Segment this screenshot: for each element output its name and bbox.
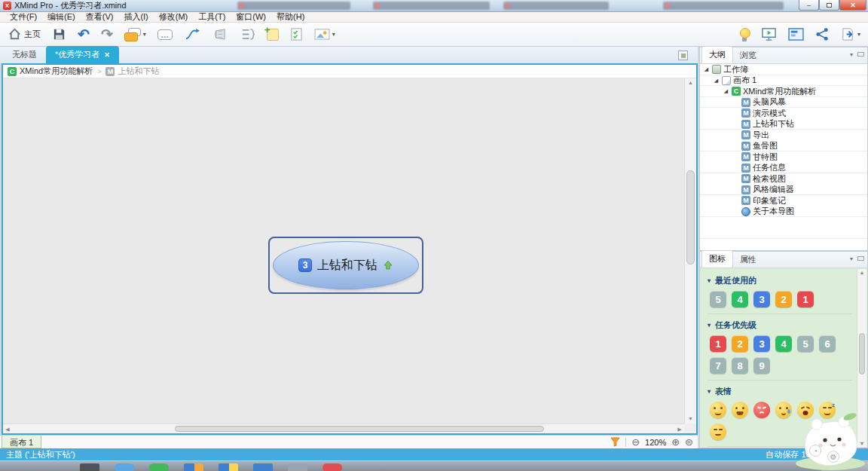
document-tab[interactable]: *优秀学习者✕ xyxy=(46,46,119,63)
filter-button[interactable] xyxy=(610,437,620,447)
zoom-fit-button[interactable]: ⊜ xyxy=(685,437,693,447)
menu-item[interactable]: 插入(I) xyxy=(118,11,153,23)
close-tab-icon[interactable]: ✕ xyxy=(104,51,110,59)
central-topic[interactable]: 3 上钻和下钻 xyxy=(273,241,419,289)
marker-face-angry-icon[interactable] xyxy=(753,402,770,418)
outline-tree-item[interactable]: M印象笔记 xyxy=(700,195,867,206)
panel-menu-icon[interactable]: ▾ xyxy=(850,51,853,58)
taskbar-app-icon[interactable] xyxy=(219,463,238,471)
horizontal-scroll-thumb[interactable] xyxy=(175,426,544,432)
outline-tree-item[interactable]: M风格编辑器 xyxy=(700,185,867,196)
presentation-button[interactable] xyxy=(761,25,777,44)
redo-button[interactable]: ↷ xyxy=(101,25,113,44)
new-topic-button[interactable]: ▾ xyxy=(124,25,146,44)
marker-section-header[interactable]: ▾任务优先级 xyxy=(708,320,852,331)
outline-tree-item[interactable]: M上钻和下钻 xyxy=(700,119,867,130)
home-button[interactable]: 主页 xyxy=(8,25,41,44)
document-tab[interactable]: 无标题 xyxy=(3,46,46,63)
taskbar-app-icon[interactable] xyxy=(149,463,169,471)
mindmap-canvas[interactable]: 3 上钻和下钻 xyxy=(3,78,684,424)
outline-tree-item[interactable]: ◢CXMind常用功能解析 xyxy=(700,86,867,97)
scroll-down-icon[interactable]: ▼ xyxy=(685,414,696,424)
close-button[interactable]: ✕ xyxy=(839,0,866,11)
boundary-button[interactable] xyxy=(212,25,228,44)
panel-tab[interactable]: 属性 xyxy=(733,252,763,268)
outline-tree-item[interactable]: M鱼骨图 xyxy=(700,141,867,152)
menu-item[interactable]: 窗口(W) xyxy=(231,11,271,23)
taskbar-app-icon[interactable] xyxy=(80,463,99,471)
zoom-in-button[interactable]: ⊕ xyxy=(671,437,680,447)
label-button[interactable] xyxy=(267,25,279,44)
task-info-button[interactable] xyxy=(290,25,303,44)
outline-tree-item[interactable]: M检索视图 xyxy=(700,173,867,185)
outline-tree-item[interactable]: ◢画布 1 xyxy=(700,75,867,87)
panel-tab[interactable]: 大纲 xyxy=(701,46,733,63)
menu-item[interactable]: 帮助(H) xyxy=(271,11,310,23)
export-button[interactable]: ▾ xyxy=(841,25,860,44)
menu-item[interactable]: 查看(V) xyxy=(81,11,119,23)
menu-item[interactable]: 工具(T) xyxy=(193,11,231,23)
taskbar-app-icon[interactable] xyxy=(184,463,203,471)
panel-menu-icon[interactable]: ▾ xyxy=(850,255,853,262)
marker-number-2-icon[interactable]: 2 xyxy=(732,335,748,352)
share-button[interactable] xyxy=(815,25,830,44)
taskbar-app-icon[interactable] xyxy=(288,463,307,471)
outline-tree-item[interactable]: M演示模式 xyxy=(700,108,867,119)
menu-item[interactable]: 文件(F) xyxy=(5,11,42,23)
maximize-editor-button[interactable] xyxy=(678,50,688,60)
chevron-down-icon[interactable]: ▾ xyxy=(332,31,335,38)
summary-button[interactable] xyxy=(240,25,255,44)
outline-tree-item[interactable]: M头脑风暴 xyxy=(700,97,867,109)
vertical-scroll-thumb[interactable] xyxy=(686,170,695,265)
zoom-out-button[interactable]: ⊖ xyxy=(631,437,640,447)
marker-number-3-icon[interactable]: 3 xyxy=(753,291,770,307)
marker-section-header[interactable]: ▾表情 xyxy=(708,386,852,397)
outline-tree-item[interactable]: M任务信息 xyxy=(700,163,867,174)
relationship-button[interactable] xyxy=(184,25,201,44)
marker-number-4-icon[interactable]: 4 xyxy=(732,291,748,307)
menu-item[interactable]: 编辑(E) xyxy=(42,11,81,23)
taskbar-app-icon[interactable] xyxy=(115,463,134,471)
marker-number-8-icon[interactable]: 8 xyxy=(732,357,748,374)
idea-button[interactable] xyxy=(739,25,750,44)
maximize-button[interactable] xyxy=(819,0,839,11)
marker-face-rage-icon[interactable] xyxy=(797,402,814,418)
outline-tree-item[interactable]: ◢工作簿 xyxy=(700,64,867,75)
scroll-right-icon[interactable]: ▶ xyxy=(675,424,684,433)
marker-number-1-icon[interactable]: 1 xyxy=(710,335,726,352)
outline-tree-item[interactable]: M甘特图 xyxy=(700,151,867,163)
windows-taskbar[interactable] xyxy=(0,460,868,471)
panel-tab[interactable]: 浏览 xyxy=(733,47,763,63)
undo-button[interactable]: ↶ xyxy=(78,25,90,44)
marker-section-header[interactable]: ▾最近使用的 xyxy=(708,275,852,286)
marker-number-9-icon[interactable]: 9 xyxy=(753,357,770,374)
marker-number-7-icon[interactable]: 7 xyxy=(710,357,726,374)
panel-minimize-icon[interactable] xyxy=(857,51,864,58)
panel-minimize-icon[interactable] xyxy=(857,255,864,262)
marker-face-sleepy-icon[interactable]: z xyxy=(819,402,836,418)
taskbar-tray[interactable] xyxy=(821,462,868,471)
markers-scrollbar[interactable]: ▲ ▼ xyxy=(857,269,866,447)
panel-tab[interactable]: 图标 xyxy=(701,250,733,268)
chevron-down-icon[interactable]: ▾ xyxy=(857,31,860,38)
menu-item[interactable]: 修改(M) xyxy=(154,11,194,23)
marker-number-2-icon[interactable]: 2 xyxy=(775,291,792,307)
save-button[interactable] xyxy=(52,25,66,44)
scroll-left-icon[interactable]: ◀ xyxy=(3,424,12,433)
marker-number-1-icon[interactable]: 1 xyxy=(797,291,814,307)
marker-face-cry-icon[interactable] xyxy=(775,402,792,418)
drill-button[interactable] xyxy=(788,25,804,44)
marker-number-4-icon[interactable]: 4 xyxy=(775,335,792,352)
breadcrumb-item[interactable]: M上钻和下钻 xyxy=(105,66,159,77)
marker-face-bored-icon[interactable] xyxy=(710,424,726,440)
markers-scroll-thumb[interactable] xyxy=(859,333,865,375)
marker-number-5-icon[interactable]: 5 xyxy=(797,335,814,352)
pet-clock-icon[interactable]: ◔ xyxy=(809,445,821,457)
chevron-down-icon[interactable]: ▾ xyxy=(143,31,146,38)
scroll-down-icon[interactable]: ▼ xyxy=(857,441,866,446)
taskbar-app-icon[interactable] xyxy=(253,463,273,471)
drill-up-icon[interactable] xyxy=(383,260,393,271)
marker-number-5-icon[interactable]: 5 xyxy=(710,291,726,307)
breadcrumb-item[interactable]: CXMind常用功能解析 xyxy=(8,66,93,77)
horizontal-scrollbar[interactable]: ◀ ▶ xyxy=(3,424,684,433)
